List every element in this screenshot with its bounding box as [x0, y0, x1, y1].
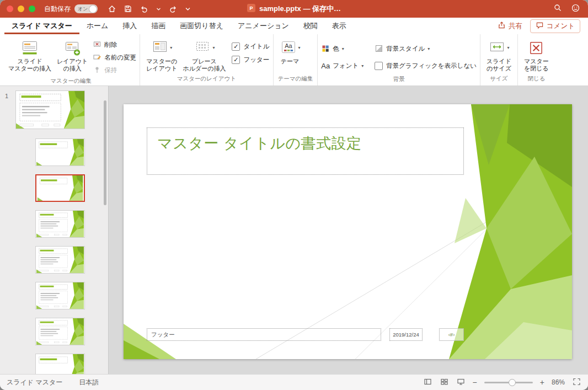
tab-home[interactable]: ホーム [79, 18, 116, 34]
close-master-button[interactable]: マスター を閉じる [521, 37, 552, 73]
chevron-down-icon: ▾ [170, 46, 172, 50]
zoom-in-button[interactable]: + [540, 378, 544, 387]
chevron-down-icon: ▾ [298, 46, 301, 50]
tab-animations[interactable]: アニメーション [231, 18, 296, 34]
status-language[interactable]: 日本語 [79, 378, 99, 387]
background-styles-icon [375, 44, 383, 54]
autosave-control: 自動保存 オン [44, 4, 98, 14]
group-label-size: サイズ [484, 74, 514, 86]
window-controls [7, 6, 35, 12]
rename-button[interactable]: 名前の変更 [93, 52, 136, 63]
group-size: ▾ スライド のサイズ サイズ [480, 34, 518, 86]
slide-number-placeholder[interactable]: ‹#› [439, 328, 464, 341]
autosave-toggle[interactable]: オン [74, 4, 98, 13]
layout-thumbnail-7[interactable] [35, 354, 85, 375]
layout-thumbnail-2-selected[interactable] [35, 174, 85, 202]
master-layout-button[interactable]: ▾ マスターの レイアウト [143, 37, 180, 73]
titlebar: 自動保存 オン P sample.pptx — 保存中… [0, 0, 588, 18]
tab-insert[interactable]: 挿入 [115, 18, 144, 34]
layout-thumbnail-4[interactable] [35, 246, 85, 274]
slideshow-view-icon[interactable] [456, 377, 466, 388]
insert-placeholder-icon [194, 39, 211, 58]
chevron-down-icon: ▾ [427, 47, 430, 51]
preserve-button[interactable]: 保持 [93, 65, 136, 76]
title-placeholder[interactable]: マスター タイトルの書式設定 [147, 127, 464, 175]
group-master-layout: ▾ マスターの レイアウト ▾ プレース ホルダーの挿入 ✓ [140, 34, 273, 86]
colors-button[interactable]: 色 ▾ [321, 43, 364, 55]
insert-placeholder-button[interactable]: ▾ プレース ホルダーの挿入 [180, 37, 228, 73]
colors-icon [321, 44, 330, 54]
titlebar-right-icons [553, 0, 580, 18]
fit-to-window-icon[interactable] [572, 377, 581, 388]
search-icon[interactable] [553, 3, 562, 14]
slide-sorter-view-icon[interactable] [440, 377, 449, 388]
slide-thumbnail-panel: 1 [0, 86, 109, 375]
thumbnail-scrollbar[interactable] [104, 100, 106, 205]
share-button[interactable]: 共有 [498, 21, 522, 31]
autosave-toggle-knob [89, 6, 97, 13]
tab-actions: 共有 コメント [498, 18, 588, 34]
quick-access-toolbar [108, 4, 191, 13]
autosave-toggle-state: オン [78, 6, 89, 13]
minimize-window-button[interactable] [18, 6, 24, 12]
layout-thumbnail-1[interactable] [35, 138, 85, 166]
slide-size-icon [488, 39, 506, 58]
normal-view-icon[interactable] [423, 377, 432, 388]
tab-transitions[interactable]: 画面切り替え [173, 18, 231, 34]
zoom-slider[interactable] [484, 382, 533, 383]
group-label-edit-theme: テーマの編集 [277, 74, 314, 86]
footer-checkbox[interactable]: ✓ フッター [232, 56, 269, 64]
insert-layout-icon [63, 38, 81, 58]
tab-review[interactable]: 校閲 [296, 18, 325, 34]
tab-slide-master[interactable]: スライド マスター [4, 18, 79, 34]
tab-view[interactable]: 表示 [325, 18, 354, 34]
layout-thumbnail-3[interactable] [35, 210, 85, 238]
background-styles-button[interactable]: 背景スタイル ▾ [375, 43, 477, 55]
document-title-area: P sample.pptx — 保存中… [247, 0, 341, 18]
zoom-percentage[interactable]: 86% [552, 378, 565, 386]
checkbox-checked-icon: ✓ [232, 42, 240, 51]
layout-thumbnail-5[interactable] [35, 282, 85, 309]
redo-icon[interactable] [168, 4, 178, 13]
fonts-button[interactable]: Aa フォント ▾ [321, 60, 364, 72]
customize-toolbar-chevron-icon[interactable] [185, 4, 191, 13]
tab-draw[interactable]: 描画 [144, 18, 173, 34]
hide-background-graphics-checkbox[interactable]: 背景グラフィックを表示しない [375, 62, 477, 70]
share-button-label: 共有 [509, 22, 522, 31]
slide-size-button[interactable]: ▾ スライド のサイズ [484, 37, 514, 73]
pin-icon [93, 66, 101, 75]
date-placeholder[interactable]: 2019/12/24 [389, 328, 423, 341]
comments-button[interactable]: コメント [530, 19, 580, 33]
group-label-master-layout: マスターのレイアウト [143, 74, 269, 86]
slide-editing-surface[interactable]: マスター タイトルの書式設定 フッター 2019/12/24 ‹#› [124, 104, 572, 359]
group-background: 色 ▾ 背景スタイル ▾ Aa フォント ▾ 背 [318, 34, 480, 86]
chevron-down-icon: ▾ [507, 46, 509, 50]
insert-layout-button[interactable]: レイアウト の挿入 [54, 37, 90, 73]
layout-thumbnail-6[interactable] [35, 318, 85, 345]
themes-icon: Aa [280, 39, 297, 58]
ribbon: スライド マスターの挿入 レイアウト の挿入 削除 名前の変更 [0, 34, 588, 86]
undo-dropdown-chevron-icon[interactable] [156, 4, 161, 13]
group-edit-theme: Aa ▾ テーマ テーマの編集 [274, 34, 318, 86]
close-window-button[interactable] [7, 6, 13, 12]
status-view-label: スライド マスター [7, 378, 62, 387]
chevron-down-icon: ▾ [361, 64, 364, 68]
rename-icon [93, 53, 101, 62]
zoom-out-button[interactable]: − [473, 378, 477, 387]
themes-button[interactable]: Aa ▾ テーマ [277, 37, 303, 66]
zoom-slider-knob[interactable] [509, 379, 516, 386]
autosave-label: 自動保存 [44, 4, 71, 14]
undo-icon[interactable] [140, 4, 149, 13]
home-icon[interactable] [108, 4, 116, 13]
save-icon[interactable] [124, 4, 132, 13]
fullscreen-window-button[interactable] [29, 6, 35, 12]
slide-master-thumbnail[interactable] [15, 90, 85, 129]
insert-slide-master-button[interactable]: スライド マスターの挿入 [6, 37, 54, 73]
chevron-down-icon: ▾ [342, 47, 344, 51]
delete-icon [93, 40, 101, 50]
group-label-background: 背景 [321, 74, 477, 86]
feedback-smiley-icon[interactable] [571, 3, 580, 15]
footer-placeholder[interactable]: フッター [147, 328, 381, 341]
delete-button[interactable]: 削除 [93, 39, 136, 51]
title-checkbox[interactable]: ✓ タイトル [232, 42, 269, 51]
